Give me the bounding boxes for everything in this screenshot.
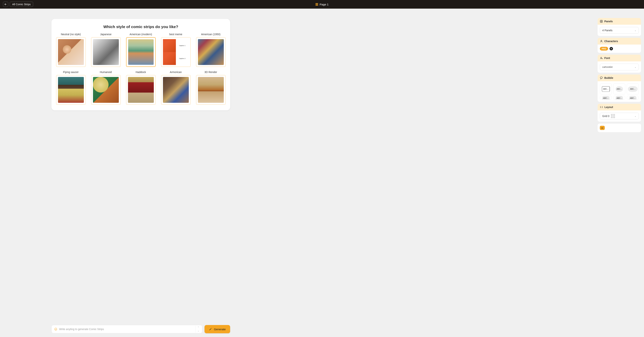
style-thumbnail xyxy=(196,75,226,105)
style-thumbnail xyxy=(126,37,156,67)
style-option[interactable]: Humanoid xyxy=(90,71,122,105)
prompt-input[interactable] xyxy=(59,328,193,331)
chevron-down-icon: ⌄ xyxy=(634,115,636,117)
layout-block: 1:1 Layout Grid 0 ⌄ xyxy=(598,104,641,122)
prompt-stepper: ⌃ ⌄ xyxy=(196,326,200,332)
style-label: Armorican xyxy=(170,71,182,74)
layout-select[interactable]: Grid 0 ⌄ xyxy=(600,113,639,119)
pro-badge[interactable]: PRO xyxy=(600,47,608,51)
style-option[interactable]: American (1950) xyxy=(195,33,226,67)
panels-block: Panels 4 Panels ⌄ xyxy=(598,18,641,36)
style-label: Japanese xyxy=(100,33,112,36)
style-option[interactable]: best memeCaption 1Caption 2 xyxy=(160,33,192,67)
style-option[interactable]: American (modern) xyxy=(125,33,156,67)
page-indicator[interactable]: Page 1 xyxy=(316,3,328,6)
cc-button[interactable]: cc xyxy=(600,126,605,130)
characters-title: Characters xyxy=(604,40,618,43)
style-grid: Neutral (no style)JapaneseAmerican (mode… xyxy=(55,33,226,105)
thumbnail-image xyxy=(58,77,84,103)
pen-icon xyxy=(209,328,212,331)
style-option[interactable]: Japanese xyxy=(90,33,122,67)
font-value: cartoonist xyxy=(602,66,612,69)
characters-pro-row: PRO + xyxy=(600,47,613,51)
thumbnail-image xyxy=(93,39,119,65)
style-label: Flying saucer xyxy=(63,71,78,74)
style-option[interactable]: 3D Render xyxy=(195,71,226,105)
font-title: Font xyxy=(604,57,610,60)
user-icon xyxy=(600,40,603,43)
panels-value: 4 Panels xyxy=(602,29,612,32)
thumbnail-image xyxy=(128,39,154,65)
style-label: best meme xyxy=(169,33,182,36)
style-label: American (modern) xyxy=(130,33,152,36)
prompt-box: ⌃ ⌄ xyxy=(52,325,202,333)
style-thumbnail xyxy=(56,37,86,67)
style-thumbnail xyxy=(91,37,121,67)
generate-label: Generate xyxy=(214,328,226,331)
bubble-option-cloud[interactable]: ABC... xyxy=(627,84,639,94)
thumbnail-image xyxy=(58,39,84,65)
style-heading: Which style of comic strips do you like? xyxy=(55,25,226,29)
aspect-ratio-label: 1:1 xyxy=(600,106,603,108)
bubble-header: Bubble xyxy=(598,75,641,81)
thumbnail-image xyxy=(198,77,224,103)
style-option[interactable]: Armorican xyxy=(160,71,192,105)
bubble-options-row2: ABC... ABC... ABC... xyxy=(600,96,639,100)
bubble-icon xyxy=(600,76,603,79)
font-select[interactable]: cartoonist ⌄ xyxy=(600,64,639,70)
style-option[interactable]: Neutral (no style) xyxy=(55,33,86,67)
prompt-bar: ⌃ ⌄ Generate xyxy=(52,325,230,333)
page-icon xyxy=(316,3,318,6)
thumbnail-image xyxy=(93,77,119,103)
bubble-option-6[interactable]: ABC... xyxy=(627,96,639,100)
main-area: Which style of comic strips do you like?… xyxy=(0,9,644,337)
chevron-down-icon: ⌄ xyxy=(634,66,636,68)
settings-sidebar: Panels 4 Panels ⌄ Characters PRO + xyxy=(598,18,641,132)
emoji-icon[interactable] xyxy=(54,328,57,331)
bubble-option-box[interactable]: ABC... xyxy=(600,84,612,94)
panels-title: Panels xyxy=(604,20,613,23)
layout-header: 1:1 Layout xyxy=(598,104,641,111)
page-label: Page 1 xyxy=(320,3,328,6)
thumbnail-image: Caption 1Caption 2 xyxy=(163,39,189,65)
style-thumbnail xyxy=(126,75,156,105)
style-thumbnail xyxy=(196,37,226,67)
stepper-up[interactable]: ⌃ xyxy=(197,326,200,329)
all-comic-strips-label: All Comic Strips xyxy=(12,3,31,6)
captions-block: cc xyxy=(598,124,641,132)
style-option[interactable]: Haddock xyxy=(125,71,156,105)
add-character-button[interactable]: + xyxy=(610,47,613,50)
back-button[interactable] xyxy=(3,2,8,7)
stepper-down[interactable]: ⌄ xyxy=(197,329,200,332)
style-label: Haddock xyxy=(136,71,146,74)
style-thumbnail: Caption 1Caption 2 xyxy=(161,37,191,67)
bubble-block: Bubble ABC... ABC... ABC... ABC... ABC..… xyxy=(598,75,641,102)
bubble-title: Bubble xyxy=(604,76,613,79)
all-comic-strips-button[interactable]: All Comic Strips xyxy=(10,2,33,7)
style-label: Humanoid xyxy=(100,71,112,74)
style-label: 3D Render xyxy=(204,71,217,74)
layout-value: Grid 0 xyxy=(602,115,610,118)
svg-point-1 xyxy=(601,40,602,41)
layout-title: Layout xyxy=(604,106,613,109)
font-icon xyxy=(600,57,603,60)
bubble-option-4[interactable]: ABC... xyxy=(600,96,612,100)
thumbnail-image xyxy=(163,77,189,103)
thumbnail-image xyxy=(198,39,224,65)
arrow-left-icon xyxy=(4,3,7,6)
font-block: Font cartoonist ⌄ xyxy=(598,55,641,73)
style-option[interactable]: Flying saucer xyxy=(55,71,86,105)
layout-grid-icon xyxy=(611,114,615,118)
svg-point-3 xyxy=(55,328,57,330)
panels-select[interactable]: 4 Panels ⌄ xyxy=(600,27,639,34)
grid-icon xyxy=(600,20,603,23)
panels-header: Panels xyxy=(598,18,641,25)
style-thumbnail xyxy=(56,75,86,105)
top-bar: All Comic Strips Page 1 xyxy=(0,0,644,9)
style-thumbnail xyxy=(91,75,121,105)
bubble-option-5[interactable]: ABC... xyxy=(613,96,625,100)
thumbnail-image xyxy=(128,77,154,103)
bubble-option-oval[interactable]: ABC... xyxy=(613,84,625,94)
generate-button[interactable]: Generate xyxy=(204,325,230,333)
style-picker-card: Which style of comic strips do you like?… xyxy=(52,19,230,110)
